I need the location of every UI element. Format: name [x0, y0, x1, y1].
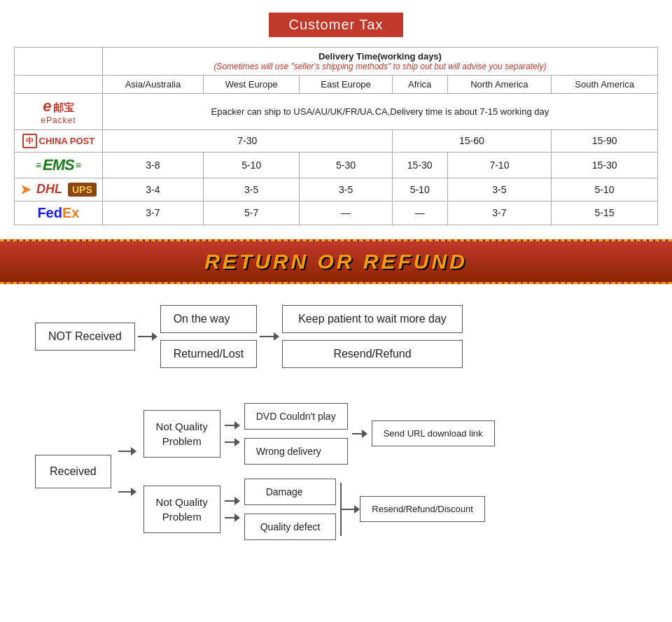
refund-section: RETURN OR REFUND — [0, 239, 672, 284]
dhl-east: 3-5 — [300, 178, 392, 201]
col-west-europe: West Europe — [204, 76, 300, 94]
wrong-delivery-box: Wrong delivery — [244, 438, 348, 465]
chinapost-text: CHINA POST — [39, 136, 95, 146]
fedex-north: 3-7 — [447, 201, 552, 225]
nqp-groups: Not Quality Problem DVD Couldn't play — [144, 403, 495, 540]
branch-group-2: Keep patient to wait more day Resend/Ref… — [282, 305, 463, 368]
ups-text: UPS — [68, 183, 97, 197]
col-asia: Asia/Australia — [102, 76, 203, 94]
dhl-text: DHL — [36, 182, 62, 197]
col-east-europe: East Europe — [300, 76, 392, 94]
nqp1-double-arrow — [225, 421, 240, 446]
dvd-arrow — [352, 430, 368, 438]
chinapost-data-3: 15-90 — [552, 129, 658, 152]
fedex-ex-text: Ex — [62, 205, 79, 221]
received-double-arrow — [118, 447, 136, 496]
carrier-chinapost: 中 CHINA POST — [15, 129, 103, 152]
empty-col — [15, 76, 103, 94]
column-headers-row: Asia/Australia West Europe East Europe A… — [15, 76, 658, 94]
ems-logo-text: EMS — [43, 156, 74, 174]
col-south-america: South America — [552, 76, 658, 94]
table-row: ≡ EMS ≡ 3-8 5-10 5-30 15-30 7-10 15-30 — [15, 152, 658, 178]
nqp-box-1: Not Quality Problem — [144, 410, 220, 458]
epacket-main-text: 邮宝 — [53, 101, 74, 114]
delivery-header: Delivery Time(working days) — [108, 51, 652, 62]
nqp-upper-row: Not Quality Problem DVD Couldn't play — [144, 403, 495, 465]
received-box: Received — [35, 455, 111, 488]
fedex-west: 5-7 — [204, 201, 300, 225]
quality-defect-box: Quality defect — [244, 514, 337, 540]
delivery-header-cell: Delivery Time(working days) (Sometimes w… — [102, 48, 657, 76]
table-row: Fed Ex 3-7 5-7 — — 3-7 5-15 — [15, 201, 658, 225]
nqp-box-2: Not Quality Problem — [144, 486, 220, 533]
empty-cell — [15, 48, 103, 76]
send-url-box: Send URL download link — [372, 420, 495, 446]
epacket-description: Epacker can ship to USA/AU/UK/FR/UA.CA,D… — [102, 94, 657, 130]
carrier-ems: ≡ EMS ≡ — [15, 152, 103, 178]
nqp2-double-arrow — [225, 497, 240, 522]
col-north-america: North America — [447, 76, 552, 94]
returned-lost-box: Returned/Lost — [160, 340, 258, 368]
damage-box: Damage — [244, 479, 337, 505]
tax-section: Customer Tax Delivery Time(working days)… — [0, 0, 672, 239]
dhl-west: 3-5 — [204, 178, 300, 201]
table-row: ➤ DHL UPS 3-4 3-5 3-5 5-10 3-5 5-10 — [15, 178, 658, 201]
dvd-wrongdelivery-group: DVD Couldn't play Wrong delivery — [244, 403, 348, 465]
epacket-sub-text: ePacket — [41, 115, 76, 125]
arrow-up — [118, 447, 136, 455]
fedex-africa: — — [392, 201, 447, 225]
resend-refund-discount-box: Resend/Refund/Discount — [360, 496, 485, 522]
arrow-down — [118, 488, 136, 496]
tax-table: Delivery Time(working days) (Sometimes w… — [14, 47, 658, 225]
chinapost-logo-icon: 中 CHINA POST — [22, 134, 95, 148]
tax-title: Customer Tax — [269, 13, 402, 37]
ems-africa: 15-30 — [392, 152, 447, 178]
fedex-east: — — [300, 201, 392, 225]
table-row: 中 CHINA POST 7-30 15-60 15-90 — [15, 129, 658, 152]
nqp-lower-row: Not Quality Problem Damage Qua — [144, 479, 495, 540]
ems-north: 7-10 — [447, 152, 552, 178]
carrier-epacket: e 邮宝 ePacket — [15, 94, 103, 130]
branch-group-1: On the way Returned/Lost — [160, 305, 258, 368]
refund-banner: RETURN OR REFUND — [0, 239, 672, 284]
fedex-asia: 3-7 — [102, 201, 203, 225]
dvd-box: DVD Couldn't play — [244, 403, 348, 430]
ems-east: 5-30 — [300, 152, 392, 178]
epacket-e-icon: e — [43, 97, 51, 115]
ems-asia: 3-8 — [102, 152, 203, 178]
table-row: e 邮宝 ePacket Epacker can ship to USA/AU/… — [15, 94, 658, 130]
damage-quality-group: Damage Quality defect — [244, 479, 337, 540]
fedex-fed-text: Fed — [37, 205, 62, 221]
received-flow: Received Not Quality Problem — [21, 396, 651, 554]
arrow-connector-2 — [260, 332, 279, 341]
dhl-south: 5-10 — [552, 178, 658, 201]
carrier-dhlups: ➤ DHL UPS — [15, 178, 103, 201]
ems-west: 5-10 — [204, 152, 300, 178]
resend-refund-box: Resend/Refund — [282, 340, 463, 368]
refund-title: RETURN OR REFUND — [204, 250, 468, 273]
bracket-connector — [340, 483, 360, 536]
ems-south: 15-30 — [552, 152, 658, 178]
tax-title-wrap: Customer Tax — [14, 13, 658, 37]
not-received-box: NOT Received — [35, 323, 135, 351]
flow-section: NOT Received On the way Returned/Lost Ke… — [0, 284, 672, 568]
dhl-africa: 5-10 — [392, 178, 447, 201]
delivery-sub: (Sometimes will use "seller's shipping m… — [108, 62, 652, 71]
col-africa: Africa — [392, 76, 447, 94]
keep-patient-box: Keep patient to wait more day — [282, 305, 463, 333]
chinapost-data-1: 7-30 — [102, 129, 392, 152]
dhl-arrow-icon: ➤ — [20, 182, 31, 197]
dhl-north: 3-5 — [447, 178, 552, 201]
carrier-fedex: Fed Ex — [15, 201, 103, 225]
not-received-flow: NOT Received On the way Returned/Lost Ke… — [35, 305, 651, 368]
arrow-connector-1 — [138, 332, 158, 341]
table-row: Delivery Time(working days) (Sometimes w… — [15, 48, 658, 76]
dhl-asia: 3-4 — [102, 178, 203, 201]
chinapost-data-2: 15-60 — [392, 129, 551, 152]
fedex-south: 5-15 — [552, 201, 658, 225]
on-the-way-box: On the way — [160, 305, 258, 333]
